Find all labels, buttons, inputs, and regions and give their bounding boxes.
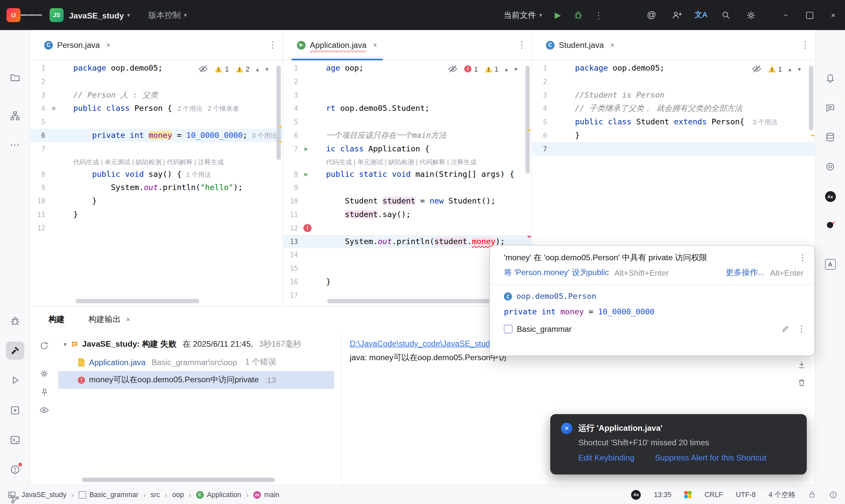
translation-panel-icon[interactable]: A (821, 255, 839, 274)
run-gutter-icon[interactable]: ▶ (298, 167, 326, 181)
warning-count-badge[interactable]: 2 (235, 65, 249, 73)
problems-tool-icon[interactable] (6, 461, 24, 479)
warning-stripe-mark[interactable] (279, 141, 282, 143)
debug-tool-icon[interactable] (6, 312, 24, 330)
tab-options-icon[interactable]: ⋮ (268, 40, 277, 50)
tab-application-java[interactable]: ▶ Application.java × (292, 30, 382, 60)
inspection-widget[interactable]: 11 ▴ ▾ (448, 65, 517, 73)
version-control-tool-icon[interactable] (6, 490, 24, 504)
warning-stripe-mark[interactable] (527, 129, 531, 131)
prev-problem-icon[interactable]: ▴ (789, 65, 792, 72)
ai-gutter-icon[interactable]: ⊕ (45, 102, 73, 115)
breadcrumb-item-oop[interactable]: oop (172, 490, 184, 498)
close-tab-icon[interactable]: × (373, 41, 377, 49)
error-stripe-mark[interactable] (527, 236, 531, 237)
edit-keybinding-link[interactable]: Edit Keybinding (578, 453, 634, 462)
tab-options-icon[interactable]: ⋮ (517, 40, 526, 50)
build-settings-gear-icon[interactable] (39, 369, 49, 378)
horizontal-scrollbar[interactable] (75, 299, 200, 303)
caret-position[interactable]: 13:35 (654, 490, 671, 498)
vertical-scrollbar[interactable] (526, 66, 530, 174)
debug-button[interactable] (569, 6, 587, 24)
warning-count-badge[interactable]: 1 (484, 65, 498, 73)
next-problem-icon[interactable]: ▾ (265, 65, 268, 72)
prev-problem-icon[interactable]: ▴ (256, 65, 259, 72)
close-tab-icon[interactable]: × (610, 41, 614, 49)
next-problem-icon[interactable]: ▾ (798, 65, 801, 72)
aix-status-icon[interactable]: Ax (631, 490, 641, 499)
breadcrumb-item-src[interactable]: src (151, 490, 160, 498)
breadcrumb-item-javase_study[interactable]: JavaSE_study (21, 490, 66, 498)
project-selector[interactable]: JavaSE_study ▾ (69, 11, 130, 20)
warning-stripe-mark[interactable] (279, 126, 282, 128)
code-with-me-icon[interactable] (667, 6, 686, 24)
preview-eye-icon[interactable] (39, 406, 49, 414)
database-icon[interactable] (821, 128, 839, 146)
vcs-menu[interactable]: 版本控制 ▾ (148, 10, 187, 20)
maximize-button[interactable] (797, 0, 821, 30)
aix-assistant-icon[interactable]: Ax (821, 187, 839, 206)
chevron-down-icon[interactable]: ▾ (64, 341, 67, 348)
close-button[interactable]: × (821, 0, 845, 30)
quick-fix-link[interactable]: 将 'Person.money' 设为public (504, 268, 609, 278)
more-actions-link[interactable]: 更多操作... (725, 268, 764, 278)
run-gutter-icon[interactable]: ▶ (298, 142, 326, 156)
run-tool-icon[interactable] (6, 371, 24, 390)
vertical-scrollbar[interactable] (277, 66, 281, 160)
build-tree-row[interactable]: money可以在oop.demo05.Person中访问private :13 (58, 371, 334, 389)
minimize-button[interactable]: − (774, 0, 798, 30)
encoding-selector[interactable]: UTF-8 (736, 490, 756, 498)
highlighting-eye-icon[interactable] (199, 65, 208, 73)
build-output-tab[interactable]: 构建输出 × (88, 314, 130, 325)
vertical-scrollbar[interactable] (809, 66, 813, 130)
code-editor[interactable]: 1package oop.demo05;23// Person 人 : 父类4⊕… (30, 60, 282, 306)
structure-tool-icon[interactable] (6, 107, 24, 125)
main-menu-button[interactable] (20, 4, 42, 26)
inspection-widget[interactable]: 12 ▴ ▾ (199, 65, 268, 73)
popup-options-icon[interactable]: ⋮ (798, 253, 807, 263)
more-tools-icon[interactable]: ⋯ (6, 136, 24, 154)
build-tool-gradle-icon[interactable] (821, 157, 839, 176)
iflycode-bird-icon[interactable] (821, 215, 839, 234)
highlighting-eye-icon[interactable] (752, 65, 761, 73)
pin-tab-icon[interactable] (40, 388, 49, 397)
tab-options-icon[interactable]: ⋮ (801, 40, 809, 50)
run-configuration-selector[interactable]: 当前文件 ▾ (499, 10, 547, 20)
ai-chat-icon[interactable] (821, 98, 839, 117)
tab-student-java[interactable]: C Student.java × (541, 30, 620, 60)
search-icon[interactable] (717, 6, 735, 24)
prev-problem-icon[interactable]: ▴ (505, 65, 508, 72)
mentions-icon[interactable]: @ (642, 6, 661, 24)
error-gutter-icon[interactable]: ! (303, 224, 311, 232)
clear-all-trash-icon[interactable] (797, 378, 806, 387)
suppress-alert-link[interactable]: Suppress Alert for this Shortcut (655, 453, 767, 462)
inspection-widget[interactable]: 1 ▴ ▾ (752, 65, 801, 73)
tab-person-java[interactable]: C Person.java × (39, 30, 116, 60)
edit-pencil-icon[interactable] (781, 325, 789, 333)
warning-stripe-mark[interactable] (811, 134, 814, 136)
indent-selector[interactable]: 4 个空格 (769, 490, 795, 499)
error-count-badge[interactable]: 1 (464, 65, 478, 73)
source-path-link[interactable]: D:\JavaCode\study_code\JavaSE_study\B (350, 339, 502, 348)
warning-count-badge[interactable]: 1 (768, 65, 782, 73)
terminal-tool-icon[interactable] (6, 431, 24, 449)
close-tab-icon[interactable]: × (126, 315, 130, 323)
translate-icon[interactable]: 文A (692, 6, 710, 24)
breadcrumb-item-application[interactable]: CApplication (196, 490, 241, 498)
ide-errors-icon[interactable] (829, 490, 838, 499)
run-button[interactable]: ▶ (549, 10, 567, 20)
warning-count-badge[interactable]: 1 (215, 65, 229, 73)
build-tree-row[interactable]: ▾JavaSE_study: 构建 失败 在 2025/6/11 21:45, … (58, 336, 334, 353)
ime-language-icon[interactable] (684, 491, 691, 498)
more-actions-button[interactable]: ⋮ (589, 6, 608, 24)
project-tool-icon[interactable] (6, 68, 24, 87)
breadcrumb-item-main[interactable]: mmain (253, 490, 280, 498)
notifications-bell-icon[interactable] (821, 68, 839, 87)
rerun-build-icon[interactable] (39, 341, 49, 350)
horizontal-scrollbar[interactable] (327, 299, 513, 303)
line-ending-selector[interactable]: CRLF (705, 490, 723, 498)
horizontal-scrollbar[interactable] (82, 478, 275, 482)
services-tool-icon[interactable] (6, 401, 24, 419)
build-tree-row[interactable]: Application.java Basic_grammar\src\oop 1… (58, 353, 334, 371)
settings-gear-icon[interactable] (742, 6, 760, 24)
